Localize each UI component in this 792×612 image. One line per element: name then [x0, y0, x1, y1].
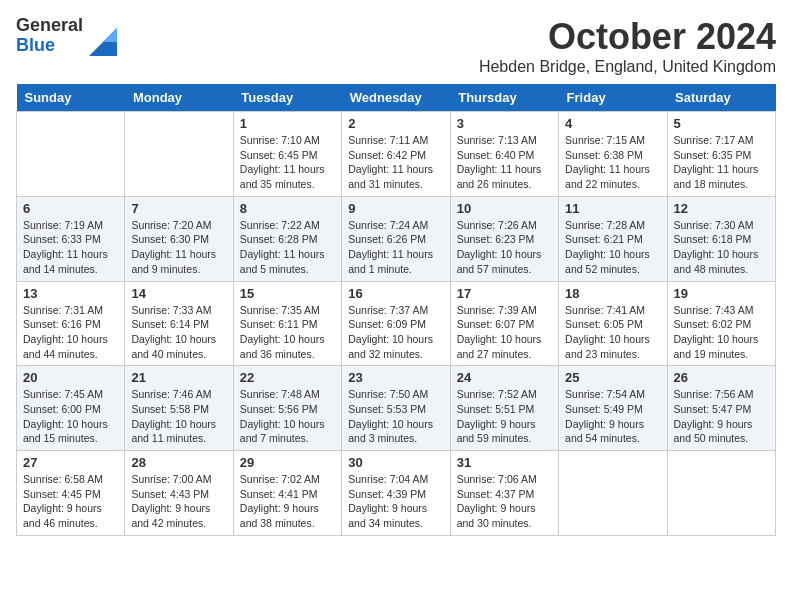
calendar-week-row: 27Sunrise: 6:58 AMSunset: 4:45 PMDayligh…: [17, 451, 776, 536]
calendar-cell: 12Sunrise: 7:30 AMSunset: 6:18 PMDayligh…: [667, 196, 775, 281]
calendar-cell: 15Sunrise: 7:35 AMSunset: 6:11 PMDayligh…: [233, 281, 341, 366]
calendar-cell: 27Sunrise: 6:58 AMSunset: 4:45 PMDayligh…: [17, 451, 125, 536]
cell-info: Sunrise: 7:19 AMSunset: 6:33 PMDaylight:…: [23, 218, 118, 277]
day-number: 29: [240, 455, 335, 470]
page-header: General Blue October 2024 Hebden Bridge,…: [16, 16, 776, 76]
day-number: 21: [131, 370, 226, 385]
cell-info: Sunrise: 7:22 AMSunset: 6:28 PMDaylight:…: [240, 218, 335, 277]
calendar-cell: 6Sunrise: 7:19 AMSunset: 6:33 PMDaylight…: [17, 196, 125, 281]
day-number: 13: [23, 286, 118, 301]
title-block: October 2024 Hebden Bridge, England, Uni…: [479, 16, 776, 76]
calendar-cell: 28Sunrise: 7:00 AMSunset: 4:43 PMDayligh…: [125, 451, 233, 536]
day-number: 6: [23, 201, 118, 216]
calendar-cell: 14Sunrise: 7:33 AMSunset: 6:14 PMDayligh…: [125, 281, 233, 366]
calendar-cell: 9Sunrise: 7:24 AMSunset: 6:26 PMDaylight…: [342, 196, 450, 281]
calendar-cell: [17, 112, 125, 197]
day-number: 30: [348, 455, 443, 470]
cell-info: Sunrise: 7:43 AMSunset: 6:02 PMDaylight:…: [674, 303, 769, 362]
logo: General Blue: [16, 16, 117, 56]
day-number: 2: [348, 116, 443, 131]
calendar-cell: 16Sunrise: 7:37 AMSunset: 6:09 PMDayligh…: [342, 281, 450, 366]
cell-info: Sunrise: 7:04 AMSunset: 4:39 PMDaylight:…: [348, 472, 443, 531]
cell-info: Sunrise: 7:06 AMSunset: 4:37 PMDaylight:…: [457, 472, 552, 531]
calendar-cell: 2Sunrise: 7:11 AMSunset: 6:42 PMDaylight…: [342, 112, 450, 197]
cell-info: Sunrise: 7:48 AMSunset: 5:56 PMDaylight:…: [240, 387, 335, 446]
day-number: 26: [674, 370, 769, 385]
cell-info: Sunrise: 7:13 AMSunset: 6:40 PMDaylight:…: [457, 133, 552, 192]
calendar-week-row: 13Sunrise: 7:31 AMSunset: 6:16 PMDayligh…: [17, 281, 776, 366]
cell-info: Sunrise: 7:39 AMSunset: 6:07 PMDaylight:…: [457, 303, 552, 362]
calendar-week-row: 6Sunrise: 7:19 AMSunset: 6:33 PMDaylight…: [17, 196, 776, 281]
cell-info: Sunrise: 7:31 AMSunset: 6:16 PMDaylight:…: [23, 303, 118, 362]
calendar-cell: 26Sunrise: 7:56 AMSunset: 5:47 PMDayligh…: [667, 366, 775, 451]
day-number: 7: [131, 201, 226, 216]
calendar-cell: [667, 451, 775, 536]
cell-info: Sunrise: 7:24 AMSunset: 6:26 PMDaylight:…: [348, 218, 443, 277]
calendar-cell: 8Sunrise: 7:22 AMSunset: 6:28 PMDaylight…: [233, 196, 341, 281]
day-number: 8: [240, 201, 335, 216]
day-number: 12: [674, 201, 769, 216]
day-number: 27: [23, 455, 118, 470]
cell-info: Sunrise: 7:02 AMSunset: 4:41 PMDaylight:…: [240, 472, 335, 531]
calendar-cell: 21Sunrise: 7:46 AMSunset: 5:58 PMDayligh…: [125, 366, 233, 451]
calendar-cell: 17Sunrise: 7:39 AMSunset: 6:07 PMDayligh…: [450, 281, 558, 366]
calendar-cell: 20Sunrise: 7:45 AMSunset: 6:00 PMDayligh…: [17, 366, 125, 451]
calendar-cell: 4Sunrise: 7:15 AMSunset: 6:38 PMDaylight…: [559, 112, 667, 197]
day-number: 28: [131, 455, 226, 470]
day-number: 1: [240, 116, 335, 131]
logo-general-text: General: [16, 16, 83, 36]
calendar-cell: [125, 112, 233, 197]
day-number: 19: [674, 286, 769, 301]
day-number: 15: [240, 286, 335, 301]
calendar-cell: 1Sunrise: 7:10 AMSunset: 6:45 PMDaylight…: [233, 112, 341, 197]
calendar-cell: 10Sunrise: 7:26 AMSunset: 6:23 PMDayligh…: [450, 196, 558, 281]
calendar-header-row: SundayMondayTuesdayWednesdayThursdayFrid…: [17, 84, 776, 112]
calendar-cell: 25Sunrise: 7:54 AMSunset: 5:49 PMDayligh…: [559, 366, 667, 451]
cell-info: Sunrise: 7:00 AMSunset: 4:43 PMDaylight:…: [131, 472, 226, 531]
header-wednesday: Wednesday: [342, 84, 450, 112]
cell-info: Sunrise: 7:54 AMSunset: 5:49 PMDaylight:…: [565, 387, 660, 446]
calendar-cell: 13Sunrise: 7:31 AMSunset: 6:16 PMDayligh…: [17, 281, 125, 366]
calendar-cell: 19Sunrise: 7:43 AMSunset: 6:02 PMDayligh…: [667, 281, 775, 366]
cell-info: Sunrise: 7:11 AMSunset: 6:42 PMDaylight:…: [348, 133, 443, 192]
day-number: 5: [674, 116, 769, 131]
day-number: 4: [565, 116, 660, 131]
logo-blue-text: Blue: [16, 36, 83, 56]
day-number: 20: [23, 370, 118, 385]
header-saturday: Saturday: [667, 84, 775, 112]
logo-icon: [89, 28, 117, 56]
cell-info: Sunrise: 7:37 AMSunset: 6:09 PMDaylight:…: [348, 303, 443, 362]
cell-info: Sunrise: 7:26 AMSunset: 6:23 PMDaylight:…: [457, 218, 552, 277]
calendar-cell: 18Sunrise: 7:41 AMSunset: 6:05 PMDayligh…: [559, 281, 667, 366]
calendar-cell: 23Sunrise: 7:50 AMSunset: 5:53 PMDayligh…: [342, 366, 450, 451]
calendar-cell: 24Sunrise: 7:52 AMSunset: 5:51 PMDayligh…: [450, 366, 558, 451]
calendar-cell: 31Sunrise: 7:06 AMSunset: 4:37 PMDayligh…: [450, 451, 558, 536]
calendar-cell: [559, 451, 667, 536]
day-number: 18: [565, 286, 660, 301]
calendar-cell: 5Sunrise: 7:17 AMSunset: 6:35 PMDaylight…: [667, 112, 775, 197]
day-number: 10: [457, 201, 552, 216]
header-thursday: Thursday: [450, 84, 558, 112]
cell-info: Sunrise: 7:30 AMSunset: 6:18 PMDaylight:…: [674, 218, 769, 277]
calendar-cell: 7Sunrise: 7:20 AMSunset: 6:30 PMDaylight…: [125, 196, 233, 281]
cell-info: Sunrise: 7:50 AMSunset: 5:53 PMDaylight:…: [348, 387, 443, 446]
day-number: 17: [457, 286, 552, 301]
day-number: 24: [457, 370, 552, 385]
cell-info: Sunrise: 7:56 AMSunset: 5:47 PMDaylight:…: [674, 387, 769, 446]
day-number: 31: [457, 455, 552, 470]
calendar-cell: 11Sunrise: 7:28 AMSunset: 6:21 PMDayligh…: [559, 196, 667, 281]
header-sunday: Sunday: [17, 84, 125, 112]
cell-info: Sunrise: 7:20 AMSunset: 6:30 PMDaylight:…: [131, 218, 226, 277]
calendar-table: SundayMondayTuesdayWednesdayThursdayFrid…: [16, 84, 776, 536]
svg-marker-1: [103, 28, 117, 42]
calendar-cell: 3Sunrise: 7:13 AMSunset: 6:40 PMDaylight…: [450, 112, 558, 197]
calendar-cell: 22Sunrise: 7:48 AMSunset: 5:56 PMDayligh…: [233, 366, 341, 451]
header-tuesday: Tuesday: [233, 84, 341, 112]
location: Hebden Bridge, England, United Kingdom: [479, 58, 776, 76]
day-number: 22: [240, 370, 335, 385]
day-number: 11: [565, 201, 660, 216]
month-title: October 2024: [479, 16, 776, 58]
calendar-week-row: 20Sunrise: 7:45 AMSunset: 6:00 PMDayligh…: [17, 366, 776, 451]
cell-info: Sunrise: 7:45 AMSunset: 6:00 PMDaylight:…: [23, 387, 118, 446]
day-number: 14: [131, 286, 226, 301]
